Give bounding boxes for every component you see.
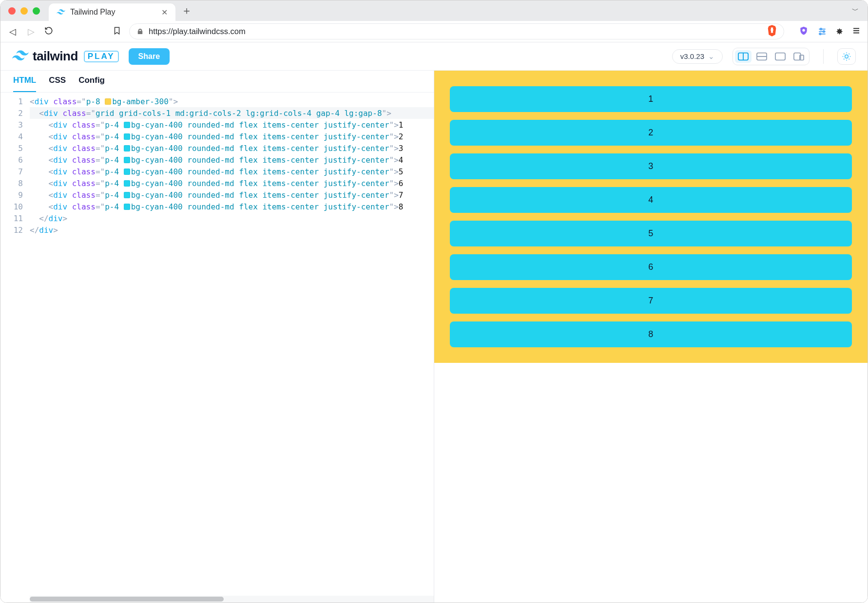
editor-tabs: HTML CSS Config	[0, 71, 434, 93]
layout-buttons	[733, 48, 810, 65]
layout-responsive-button[interactable]	[791, 50, 807, 63]
chevron-down-icon: ⌄	[708, 52, 714, 61]
preview-item: 1	[450, 86, 852, 112]
tab-css[interactable]: CSS	[49, 75, 66, 92]
code-line[interactable]: <div class="p-4 bg-cyan-400 rounded-md f…	[30, 142, 434, 154]
code-line[interactable]: <div class="p-4 bg-cyan-400 rounded-md f…	[30, 131, 434, 142]
browser-menu-button[interactable]	[852, 26, 861, 37]
brand-play: PLAY	[84, 51, 119, 62]
theme-toggle-button[interactable]	[837, 48, 856, 65]
lock-icon: 🔒︎	[136, 27, 144, 36]
preview-item: 5	[450, 221, 852, 246]
new-tab-button[interactable]: ＋	[181, 3, 192, 18]
version-label: v3.0.23	[680, 52, 704, 60]
line-number: 2	[0, 107, 30, 119]
svg-point-9	[845, 55, 849, 58]
line-number: 10	[0, 201, 30, 212]
code-line[interactable]: <div class="grid grid-cols-1 md:grid-col…	[30, 107, 434, 119]
code-content[interactable]: <div class="p-8 bg-amber-300"> <div clas…	[30, 93, 434, 603]
code-editor[interactable]: 123456789101112 <div class="p-8 bg-amber…	[0, 93, 434, 603]
line-number: 11	[0, 212, 30, 224]
address-bar[interactable]: 🔒︎ https://play.tailwindcss.com	[129, 23, 784, 39]
svg-rect-6	[775, 53, 785, 60]
tab-html[interactable]: HTML	[13, 75, 36, 92]
code-line[interactable]: <div class="p-4 bg-cyan-400 rounded-md f…	[30, 189, 434, 201]
workspace: HTML CSS Config 123456789101112 <div cla…	[0, 71, 868, 603]
editor-pane: HTML CSS Config 123456789101112 <div cla…	[0, 71, 434, 603]
app-header: tailwind PLAY Share v3.0.23 ⌄	[0, 42, 868, 71]
code-line[interactable]: </div>	[30, 224, 434, 236]
reload-button[interactable]	[44, 26, 53, 37]
preview-item: 4	[450, 187, 852, 213]
preview-grid: 12345678	[450, 86, 852, 347]
line-number: 9	[0, 189, 30, 201]
window-maximize-button[interactable]	[33, 7, 40, 15]
equalizer-icon[interactable]	[817, 26, 827, 38]
line-number: 7	[0, 166, 30, 177]
toolbar-right: ✸	[799, 26, 861, 38]
horizontal-scrollbar[interactable]	[30, 596, 434, 603]
layout-vertical-split-button[interactable]	[735, 50, 752, 63]
preview-item: 7	[450, 288, 852, 314]
share-button[interactable]: Share	[129, 48, 170, 65]
svg-point-1	[820, 28, 822, 30]
extensions-icon[interactable]: ✸	[836, 26, 843, 37]
code-line[interactable]: <div class="p-4 bg-cyan-400 rounded-md f…	[30, 201, 434, 212]
svg-point-0	[802, 29, 805, 31]
code-line[interactable]: <div class="p-4 bg-cyan-400 rounded-md f…	[30, 177, 434, 189]
url-text: https://play.tailwindcss.com	[149, 27, 246, 36]
line-number: 6	[0, 154, 30, 166]
separator	[823, 49, 824, 64]
preview-item: 2	[450, 120, 852, 146]
layout-preview-only-button[interactable]	[772, 50, 789, 63]
code-line[interactable]: <div class="p-4 bg-cyan-400 rounded-md f…	[30, 166, 434, 177]
tabs-overflow-button[interactable]: ﹀	[852, 6, 859, 15]
brand-word: tailwind	[33, 49, 78, 64]
code-line[interactable]: </div>	[30, 212, 434, 224]
window-close-button[interactable]	[8, 7, 16, 15]
svg-point-2	[823, 31, 825, 32]
code-line[interactable]: <div class="p-4 bg-cyan-400 rounded-md f…	[30, 154, 434, 166]
preview-item: 3	[450, 153, 852, 179]
line-number: 3	[0, 119, 30, 131]
back-button[interactable]: ◁	[7, 26, 18, 37]
svg-point-3	[819, 33, 821, 35]
forward-button[interactable]: ▷	[26, 26, 37, 37]
tailwind-logo-icon	[12, 50, 29, 63]
scrollbar-thumb[interactable]	[30, 597, 224, 602]
window-minimize-button[interactable]	[20, 7, 28, 15]
preview-pane: 12345678	[434, 71, 868, 603]
tailwind-favicon	[57, 8, 65, 17]
browser-chrome: Tailwind Play ✕ ＋ ﹀ ◁ ▷ 🔒︎ https://play.…	[0, 0, 868, 42]
brave-lion-icon[interactable]	[767, 25, 777, 38]
tab-strip: Tailwind Play ✕ ＋ ﹀	[0, 0, 868, 21]
line-number: 12	[0, 224, 30, 236]
code-line[interactable]: <div class="p-4 bg-cyan-400 rounded-md f…	[30, 119, 434, 131]
browser-tab[interactable]: Tailwind Play ✕	[49, 3, 175, 21]
preview-item: 8	[450, 321, 852, 347]
layout-horizontal-split-button[interactable]	[753, 50, 770, 63]
window-controls	[8, 7, 40, 15]
line-number: 5	[0, 142, 30, 154]
tab-close-button[interactable]: ✕	[161, 8, 168, 17]
line-number: 8	[0, 177, 30, 189]
code-line[interactable]: <div class="p-8 bg-amber-300">	[30, 95, 434, 107]
bookmark-button[interactable]	[113, 26, 121, 37]
line-number: 4	[0, 131, 30, 142]
line-number-gutter: 123456789101112	[0, 93, 30, 603]
preview-item: 6	[450, 254, 852, 280]
preview-root: 12345678	[434, 71, 868, 363]
tab-config[interactable]: Config	[78, 75, 105, 92]
brave-shield-icon[interactable]	[799, 26, 809, 38]
tab-title: Tailwind Play	[70, 8, 156, 17]
version-select[interactable]: v3.0.23 ⌄	[672, 49, 723, 64]
browser-toolbar: ◁ ▷ 🔒︎ https://play.tailwindcss.com ✸	[0, 21, 868, 42]
brand[interactable]: tailwind PLAY	[12, 49, 119, 64]
line-number: 1	[0, 95, 30, 107]
